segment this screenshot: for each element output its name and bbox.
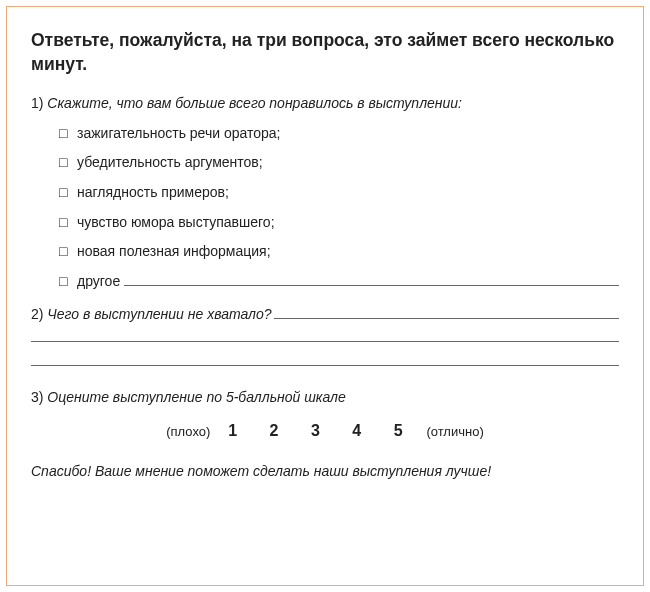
checkbox-icon[interactable]: □: [59, 272, 77, 292]
q2-heading-row: 2) Чего в выступлении не хватало?: [31, 305, 619, 322]
rating-scale[interactable]: (плохо) 1 2 3 4 5 (отлично): [31, 422, 619, 440]
q1-option-label: новая полезная информация;: [77, 242, 271, 262]
q1-option[interactable]: □ новая полезная информация;: [59, 242, 619, 262]
q1-text: Скажите, что вам больше всего понравилос…: [47, 95, 462, 111]
q1-option[interactable]: □ зажигательность речи оратора;: [59, 124, 619, 144]
q2-input-line[interactable]: [274, 305, 619, 319]
rating-high-label: (отлично): [426, 424, 483, 439]
q3-number: 3): [31, 389, 43, 405]
q1-option-label: наглядность примеров;: [77, 183, 229, 203]
q3-heading: 3) Оцените выступление по 5-балльной шка…: [31, 388, 619, 408]
q1-options: □ зажигательность речи оратора; □ убедит…: [31, 124, 619, 292]
q1-other-input-line[interactable]: [124, 272, 619, 286]
thank-you-text: Спасибо! Ваше мнение поможет сделать наш…: [31, 462, 619, 482]
survey-title: Ответьте, пожалуйста, на три вопроса, эт…: [31, 29, 619, 76]
q1-heading: 1) Скажите, что вам больше всего понрави…: [31, 94, 619, 114]
checkbox-icon[interactable]: □: [59, 153, 77, 173]
rating-numbers[interactable]: 1 2 3 4 5: [228, 422, 416, 440]
q1-option-label: чувство юмора выступавшего;: [77, 213, 275, 233]
q1-option-other[interactable]: □ другое: [59, 272, 619, 292]
q1-option[interactable]: □ убедительность аргументов;: [59, 153, 619, 173]
survey-card: Ответьте, пожалуйста, на три вопроса, эт…: [6, 6, 644, 586]
q3-text: Оцените выступление по 5-балльной шкале: [47, 389, 345, 405]
q1-number: 1): [31, 95, 43, 111]
q1-other-label: другое: [77, 272, 120, 292]
checkbox-icon[interactable]: □: [59, 242, 77, 262]
blank-line[interactable]: [31, 348, 619, 366]
blank-line[interactable]: [31, 324, 619, 342]
question-3: 3) Оцените выступление по 5-балльной шка…: [31, 388, 619, 440]
question-2: 2) Чего в выступлении не хватало?: [31, 305, 619, 366]
question-1: 1) Скажите, что вам больше всего понрави…: [31, 94, 619, 291]
q1-option-label: зажигательность речи оратора;: [77, 124, 281, 144]
q2-number: 2): [31, 306, 43, 322]
q2-blank-lines[interactable]: [31, 324, 619, 366]
q1-option[interactable]: □ чувство юмора выступавшего;: [59, 213, 619, 233]
q2-text: Чего в выступлении не хватало?: [47, 306, 271, 322]
q1-option-label: убедительность аргументов;: [77, 153, 263, 173]
checkbox-icon[interactable]: □: [59, 183, 77, 203]
q1-option[interactable]: □ наглядность примеров;: [59, 183, 619, 203]
rating-low-label: (плохо): [166, 424, 210, 439]
checkbox-icon[interactable]: □: [59, 124, 77, 144]
checkbox-icon[interactable]: □: [59, 213, 77, 233]
